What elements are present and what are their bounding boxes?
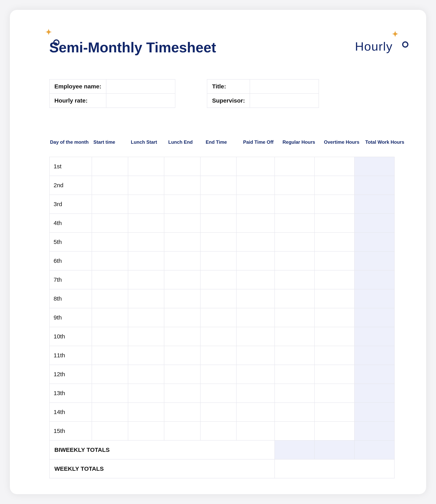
cell-lunch-start[interactable] — [128, 403, 164, 422]
cell-regular[interactable] — [275, 384, 315, 403]
cell-lunch-end[interactable] — [164, 270, 200, 289]
cell-lunch-end[interactable] — [164, 403, 200, 422]
cell-lunch-start[interactable] — [128, 270, 164, 289]
cell-end[interactable] — [200, 365, 237, 384]
cell-regular[interactable] — [275, 403, 315, 422]
cell-pto[interactable] — [236, 233, 274, 252]
cell-start[interactable] — [92, 157, 128, 176]
cell-regular[interactable] — [275, 346, 315, 365]
cell-end[interactable] — [200, 289, 237, 308]
cell-pto[interactable] — [236, 289, 274, 308]
cell-lunch-end[interactable] — [164, 422, 200, 441]
cell-overtime[interactable] — [315, 214, 354, 233]
cell-lunch-start[interactable] — [128, 233, 164, 252]
cell-pto[interactable] — [236, 176, 274, 195]
cell-overtime[interactable] — [315, 270, 354, 289]
cell-end[interactable] — [200, 403, 237, 422]
cell-lunch-end[interactable] — [164, 308, 200, 327]
cell-pto[interactable] — [236, 403, 274, 422]
cell-end[interactable] — [200, 270, 237, 289]
cell-lunch-start[interactable] — [128, 195, 164, 214]
input-hourly-rate[interactable] — [106, 93, 175, 108]
cell-start[interactable] — [92, 327, 128, 346]
cell-start[interactable] — [92, 289, 128, 308]
input-title[interactable] — [250, 79, 319, 93]
cell-lunch-end[interactable] — [164, 157, 200, 176]
cell-lunch-start[interactable] — [128, 422, 164, 441]
cell-end[interactable] — [200, 384, 237, 403]
cell-lunch-end[interactable] — [164, 327, 200, 346]
cell-pto[interactable] — [236, 252, 274, 270]
cell-regular[interactable] — [275, 327, 315, 346]
cell-regular[interactable] — [275, 214, 315, 233]
cell-lunch-end[interactable] — [164, 176, 200, 195]
cell-pto[interactable] — [236, 327, 274, 346]
cell-start[interactable] — [92, 252, 128, 270]
cell-overtime[interactable] — [315, 157, 354, 176]
cell-lunch-start[interactable] — [128, 327, 164, 346]
cell-start[interactable] — [92, 270, 128, 289]
cell-overtime[interactable] — [315, 195, 354, 214]
cell-lunch-end[interactable] — [164, 195, 200, 214]
cell-start[interactable] — [92, 346, 128, 365]
cell-start[interactable] — [92, 365, 128, 384]
cell-overtime[interactable] — [315, 384, 354, 403]
cell-lunch-start[interactable] — [128, 214, 164, 233]
cell-overtime[interactable] — [315, 289, 354, 308]
cell-overtime[interactable] — [315, 233, 354, 252]
cell-end[interactable] — [200, 233, 237, 252]
cell-regular[interactable] — [275, 270, 315, 289]
cell-pto[interactable] — [236, 384, 274, 403]
cell-lunch-end[interactable] — [164, 233, 200, 252]
cell-start[interactable] — [92, 308, 128, 327]
cell-lunch-start[interactable] — [128, 346, 164, 365]
cell-lunch-end[interactable] — [164, 365, 200, 384]
cell-lunch-start[interactable] — [128, 176, 164, 195]
cell-end[interactable] — [200, 176, 237, 195]
cell-regular[interactable] — [275, 422, 315, 441]
cell-end[interactable] — [200, 308, 237, 327]
cell-pto[interactable] — [236, 308, 274, 327]
cell-pto[interactable] — [236, 157, 274, 176]
cell-regular[interactable] — [275, 195, 315, 214]
cell-start[interactable] — [92, 176, 128, 195]
cell-lunch-start[interactable] — [128, 252, 164, 270]
cell-overtime[interactable] — [315, 327, 354, 346]
cell-pto[interactable] — [236, 195, 274, 214]
cell-overtime[interactable] — [315, 346, 354, 365]
cell-overtime[interactable] — [315, 365, 354, 384]
cell-end[interactable] — [200, 346, 237, 365]
cell-pto[interactable] — [236, 214, 274, 233]
cell-regular[interactable] — [275, 176, 315, 195]
cell-regular[interactable] — [275, 157, 315, 176]
cell-regular[interactable] — [275, 365, 315, 384]
cell-start[interactable] — [92, 403, 128, 422]
cell-lunch-start[interactable] — [128, 157, 164, 176]
cell-pto[interactable] — [236, 346, 274, 365]
cell-pto[interactable] — [236, 422, 274, 441]
cell-overtime[interactable] — [315, 422, 354, 441]
cell-end[interactable] — [200, 327, 237, 346]
cell-regular[interactable] — [275, 308, 315, 327]
cell-start[interactable] — [92, 214, 128, 233]
cell-lunch-start[interactable] — [128, 308, 164, 327]
cell-overtime[interactable] — [315, 252, 354, 270]
cell-lunch-end[interactable] — [164, 252, 200, 270]
cell-pto[interactable] — [236, 270, 274, 289]
cell-start[interactable] — [92, 233, 128, 252]
cell-lunch-start[interactable] — [128, 384, 164, 403]
cell-overtime[interactable] — [315, 176, 354, 195]
cell-regular[interactable] — [275, 252, 315, 270]
cell-lunch-start[interactable] — [128, 289, 164, 308]
cell-overtime[interactable] — [315, 308, 354, 327]
cell-lunch-end[interactable] — [164, 289, 200, 308]
cell-end[interactable] — [200, 157, 237, 176]
cell-pto[interactable] — [236, 365, 274, 384]
cell-lunch-end[interactable] — [164, 346, 200, 365]
input-supervisor[interactable] — [250, 93, 319, 108]
cell-start[interactable] — [92, 384, 128, 403]
cell-start[interactable] — [92, 195, 128, 214]
cell-lunch-end[interactable] — [164, 384, 200, 403]
cell-overtime[interactable] — [315, 403, 354, 422]
cell-start[interactable] — [92, 422, 128, 441]
